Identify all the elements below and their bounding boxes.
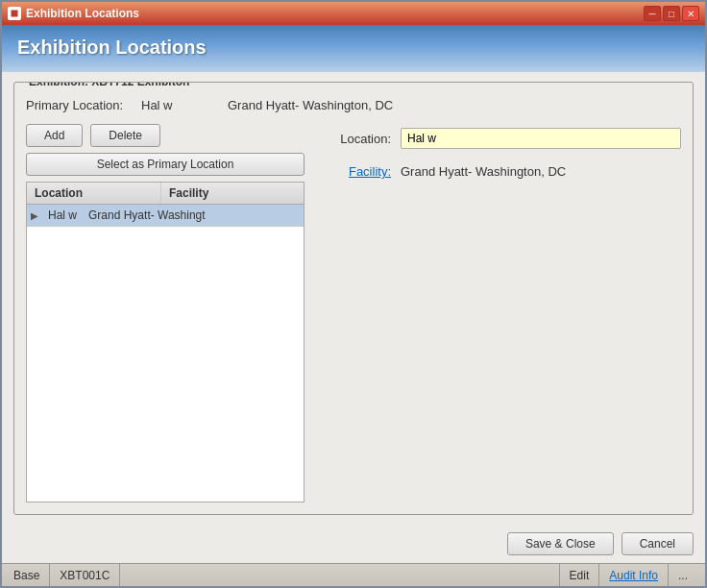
save-close-button[interactable]: Save & Close — [507, 532, 614, 555]
close-button[interactable]: ✕ — [682, 6, 699, 21]
header-area: Exhibition Locations — [2, 25, 705, 72]
svg-rect-0 — [11, 10, 18, 17]
base-value: XBT001C — [50, 564, 120, 586]
status-right: Edit Audit Info ... — [559, 564, 697, 586]
locations-table: Location Facility ▶ Hal w Grand Hyatt- W… — [26, 182, 305, 502]
facility-form-row: Facility: Grand Hyatt- Washington, DC — [324, 164, 681, 179]
select-primary-button[interactable]: Select as Primary Location — [26, 153, 305, 176]
window-title: Exhibition Locations — [26, 7, 139, 20]
cell-facility: Grand Hyatt- Washingt — [83, 205, 304, 226]
facility-link-label[interactable]: Facility: — [324, 164, 391, 179]
table-body: ▶ Hal w Grand Hyatt- Washingt — [27, 205, 304, 499]
location-input[interactable] — [401, 128, 681, 149]
page-title: Exhibition Locations — [17, 37, 690, 59]
maximize-button[interactable]: □ — [663, 6, 680, 21]
primary-location-facility: Grand Hyatt- Washington, DC — [228, 98, 393, 112]
title-bar-buttons: ─ □ ✕ — [644, 6, 699, 21]
location-form-row: Location: — [324, 128, 681, 149]
facility-value: Grand Hyatt- Washington, DC — [401, 164, 566, 179]
main-window: Exhibition Locations ─ □ ✕ Exhibition Lo… — [0, 0, 707, 588]
col-facility: Facility — [161, 183, 304, 204]
primary-location-name: Hal w — [141, 98, 218, 112]
table-row[interactable]: ▶ Hal w Grand Hyatt- Washingt — [27, 205, 304, 227]
main-content: Add Delete Select as Primary Location Lo… — [26, 124, 681, 502]
row-arrow-icon: ▶ — [27, 210, 42, 221]
footer-buttons: Save & Close Cancel — [13, 532, 694, 555]
add-button[interactable]: Add — [26, 124, 83, 147]
delete-button[interactable]: Delete — [90, 124, 160, 147]
cell-location: Hal w — [42, 205, 83, 226]
window-icon — [8, 7, 21, 20]
edit-label: Edit — [559, 564, 599, 586]
table-header: Location Facility — [27, 183, 304, 205]
cancel-button[interactable]: Cancel — [622, 532, 694, 555]
dots-label: ... — [668, 564, 697, 586]
audit-info-link[interactable]: Audit Info — [598, 564, 668, 586]
status-bar: Base XBT001C Edit Audit Info ... — [2, 563, 705, 586]
left-panel: Add Delete Select as Primary Location Lo… — [26, 124, 305, 502]
title-bar: Exhibition Locations ─ □ ✕ — [2, 2, 705, 25]
right-panel: Location: Facility: Grand Hyatt- Washing… — [324, 124, 681, 502]
primary-location-label: Primary Location: — [26, 98, 132, 112]
group-box: Exhibition: XBT712 Exhibiton Primary Loc… — [13, 82, 694, 515]
footer-area: Save & Close Cancel — [2, 525, 705, 563]
minimize-button[interactable]: ─ — [644, 6, 661, 21]
location-form-label: Location: — [324, 132, 391, 146]
group-label: Exhibition: XBT712 Exhibiton — [24, 82, 194, 88]
base-label: Base — [10, 564, 50, 586]
primary-location-row: Primary Location: Hal w Grand Hyatt- Was… — [26, 98, 681, 112]
title-bar-left: Exhibition Locations — [8, 7, 139, 20]
content-area: Exhibition: XBT712 Exhibiton Primary Loc… — [2, 72, 705, 525]
col-location: Location — [27, 183, 161, 204]
button-row: Add Delete — [26, 124, 305, 147]
